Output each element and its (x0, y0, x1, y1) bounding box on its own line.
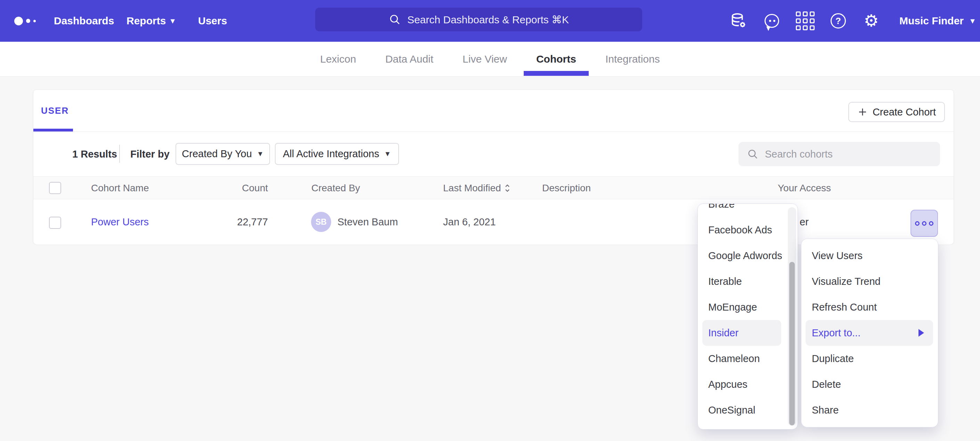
menu-item-braze[interactable]: Braze (698, 203, 797, 217)
menu-item-duplicate[interactable]: Duplicate (801, 346, 938, 371)
tab-integrations-label: Integrations (605, 53, 660, 65)
column-header-cohort-name: Cohort Name (91, 177, 149, 200)
tab-cohorts[interactable]: Cohorts (522, 42, 591, 77)
database-gear-icon (730, 12, 748, 30)
arrow-right-icon (918, 329, 924, 337)
submenu-scrollbar-thumb[interactable] (789, 262, 795, 425)
column-header-description: Description (542, 177, 591, 200)
created-by-cell: SB Steven Baum (311, 199, 398, 244)
filter-integrations-dropdown[interactable]: All Active Integrations ▼ (275, 143, 399, 165)
user-tab-label: USER (41, 105, 69, 116)
results-count: 1 Results (72, 132, 117, 176)
tab-integrations[interactable]: Integrations (591, 42, 675, 77)
cohort-name-link[interactable]: Power Users (91, 199, 149, 244)
create-cohort-button[interactable]: Create Cohort (848, 102, 945, 122)
top-nav-bar: Dashboards Reports ▾ Users Search Dashbo… (0, 0, 980, 42)
nav-item-users[interactable]: Users (198, 0, 227, 42)
chevron-down-icon: ▼ (384, 150, 391, 158)
global-search-bar[interactable]: Search Dashboards & Reports ⌘K (315, 8, 642, 31)
sort-updown-icon (504, 183, 511, 193)
data-management-button[interactable] (728, 0, 750, 42)
tab-user-cohorts[interactable]: USER (41, 90, 69, 131)
select-all-checkbox[interactable] (49, 182, 61, 194)
menu-item-google-adwords[interactable]: Google Adwords (698, 243, 797, 268)
help-button[interactable]: ? (827, 0, 850, 42)
tab-live-view-label: Live View (463, 53, 507, 65)
search-icon (747, 148, 759, 160)
row-more-actions-button[interactable] (910, 210, 938, 237)
project-name-label: Music Finder (899, 15, 964, 27)
app-logo-icon[interactable] (14, 0, 36, 42)
chat-bubble-icon (765, 14, 779, 28)
nav-users-label: Users (198, 15, 227, 27)
filter-created-by-label: Created By You (182, 148, 252, 160)
chevron-down-icon: ▼ (257, 150, 264, 158)
cohorts-page: Dashboards Reports ▾ Users Search Dashbo… (0, 0, 980, 441)
cohort-count: 22,777 (199, 199, 268, 244)
tab-lexicon-label: Lexicon (320, 53, 356, 65)
nav-item-reports[interactable]: Reports ▾ (127, 0, 175, 42)
menu-item-insider[interactable]: Insider (702, 320, 781, 346)
menu-item-export-to[interactable]: Export to... (805, 320, 933, 346)
your-access-value-fragment: er (800, 199, 809, 244)
search-icon (388, 13, 401, 26)
menu-item-iterable[interactable]: Iterable (698, 268, 797, 294)
column-header-last-modified[interactable]: Last Modified (443, 177, 511, 200)
ellipsis-icon (922, 221, 926, 226)
menu-item-moengage[interactable]: MoEngage (698, 294, 797, 320)
column-header-count: Count (199, 177, 268, 200)
nav-dashboards-label: Dashboards (54, 15, 114, 27)
cohort-search-placeholder: Search cohorts (765, 149, 833, 160)
menu-item-delete[interactable]: Delete (801, 371, 938, 397)
tab-lexicon[interactable]: Lexicon (305, 42, 371, 77)
settings-button[interactable]: ⚙ (860, 0, 882, 42)
cohort-search-input[interactable]: Search cohorts (738, 142, 940, 166)
tab-data-audit-label: Data Audit (385, 53, 433, 65)
feedback-button[interactable] (761, 0, 783, 42)
chevron-down-icon: ▾ (171, 17, 175, 25)
section-tabs: Lexicon Data Audit Live View Cohorts Int… (0, 42, 980, 77)
row-context-menu: View Users Visualize Trend Refresh Count… (801, 238, 938, 427)
table-row[interactable]: Power Users 22,777 SB Steven Baum Jan 6,… (33, 199, 954, 244)
menu-item-refresh-count[interactable]: Refresh Count (801, 294, 938, 320)
filter-by-label: Filter by (130, 132, 170, 176)
menu-item-share[interactable]: Share (801, 397, 938, 423)
menu-item-appcues[interactable]: Appcues (698, 371, 797, 397)
create-cohort-label: Create Cohort (873, 106, 936, 118)
export-integrations-submenu: Braze Facebook Ads Google Adwords Iterab… (697, 203, 798, 430)
column-header-your-access: Your Access (778, 177, 831, 200)
gear-icon: ⚙ (864, 13, 878, 29)
cohorts-card: USER Create Cohort 1 Results Filter by C… (33, 89, 954, 244)
divider (33, 131, 954, 132)
nav-reports-label: Reports (127, 15, 166, 27)
last-modified-cell: Jan 6, 2021 (443, 199, 496, 244)
tab-cohorts-label: Cohorts (536, 53, 576, 65)
column-header-created-by: Created By (311, 177, 360, 200)
menu-item-facebook-ads[interactable]: Facebook Ads (698, 217, 797, 243)
filter-integrations-label: All Active Integrations (283, 148, 379, 160)
chevron-down-icon: ▾ (970, 17, 974, 25)
tab-live-view[interactable]: Live View (448, 42, 522, 77)
plus-icon (858, 107, 868, 117)
apps-grid-button[interactable] (794, 0, 816, 42)
question-circle-icon: ? (830, 13, 846, 29)
project-switcher[interactable]: Music Finder ▾ (899, 0, 974, 42)
ellipsis-icon (929, 221, 934, 226)
tab-data-audit[interactable]: Data Audit (371, 42, 448, 77)
filter-created-by-dropdown[interactable]: Created By You ▼ (175, 143, 270, 165)
ellipsis-icon (915, 221, 920, 226)
menu-item-onesignal[interactable]: OneSignal (698, 397, 797, 423)
menu-item-chameleon[interactable]: Chameleon (698, 346, 797, 371)
avatar: SB (311, 212, 331, 232)
grid-icon (796, 11, 815, 30)
divider (119, 145, 120, 163)
row-checkbox[interactable] (49, 217, 61, 229)
table-header-row: Cohort Name Count Created By Last Modifi… (33, 176, 954, 199)
global-search-placeholder: Search Dashboards & Reports ⌘K (407, 14, 569, 26)
menu-item-view-users[interactable]: View Users (801, 243, 938, 268)
creator-name: Steven Baum (337, 216, 398, 228)
nav-item-dashboards[interactable]: Dashboards (54, 0, 114, 42)
menu-item-visualize-trend[interactable]: Visualize Trend (801, 268, 938, 294)
